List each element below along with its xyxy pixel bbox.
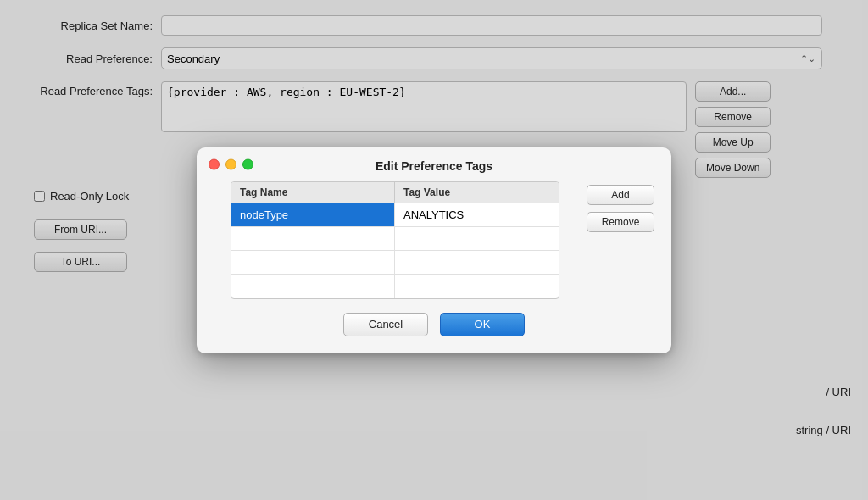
minimize-window-button[interactable] bbox=[225, 158, 236, 169]
tag-name-cell[interactable] bbox=[231, 275, 395, 298]
modal-side-buttons: Add Remove bbox=[587, 185, 654, 299]
tag-value-cell[interactable] bbox=[395, 251, 559, 274]
tag-name-cell[interactable] bbox=[231, 227, 395, 250]
modal-remove-button[interactable]: Remove bbox=[587, 212, 654, 232]
table-row[interactable] bbox=[231, 251, 559, 275]
tag-table-body: nodeType bbox=[231, 203, 559, 298]
modal-content-area: Tag Name Tag Value nodeType bbox=[214, 181, 654, 299]
tag-value-input[interactable] bbox=[403, 256, 550, 269]
table-row[interactable]: nodeType bbox=[231, 203, 559, 227]
main-panel: Replica Set Name: Read Preference: Secon… bbox=[0, 0, 868, 500]
table-row[interactable] bbox=[231, 275, 559, 298]
tag-name-header: Tag Name bbox=[231, 182, 395, 203]
modal-bottom-buttons: Cancel OK bbox=[197, 313, 671, 336]
tag-name-input[interactable] bbox=[240, 280, 386, 292]
tag-value-input[interactable] bbox=[403, 208, 550, 221]
tag-name-cell[interactable] bbox=[231, 251, 395, 274]
tag-value-input[interactable] bbox=[403, 280, 550, 292]
close-window-button[interactable] bbox=[209, 158, 220, 169]
tag-value-cell[interactable] bbox=[395, 203, 559, 226]
tag-name-cell: nodeType bbox=[231, 203, 395, 226]
tag-table: Tag Name Tag Value nodeType bbox=[231, 181, 559, 299]
table-row[interactable] bbox=[231, 227, 559, 251]
modal-title: Edit Preference Tags bbox=[376, 159, 492, 173]
tag-name-value: nodeType bbox=[240, 208, 288, 221]
modal-overlay: Edit Preference Tags Tag Name Tag Value … bbox=[0, 0, 868, 500]
tag-value-cell[interactable] bbox=[395, 275, 559, 298]
modal-add-button[interactable]: Add bbox=[587, 185, 654, 205]
tag-name-input[interactable] bbox=[240, 256, 386, 269]
tag-value-cell[interactable] bbox=[395, 227, 559, 250]
modal-cancel-button[interactable]: Cancel bbox=[343, 313, 428, 336]
tag-value-input[interactable] bbox=[403, 232, 550, 245]
maximize-window-button[interactable] bbox=[242, 158, 253, 169]
tag-value-header: Tag Value bbox=[395, 182, 559, 203]
tag-table-header: Tag Name Tag Value bbox=[231, 182, 559, 203]
modal-dialog: Edit Preference Tags Tag Name Tag Value … bbox=[197, 147, 671, 353]
tag-name-input[interactable] bbox=[240, 232, 386, 245]
modal-titlebar: Edit Preference Tags bbox=[197, 147, 671, 181]
window-controls bbox=[209, 158, 253, 169]
modal-ok-button[interactable]: OK bbox=[440, 313, 525, 336]
